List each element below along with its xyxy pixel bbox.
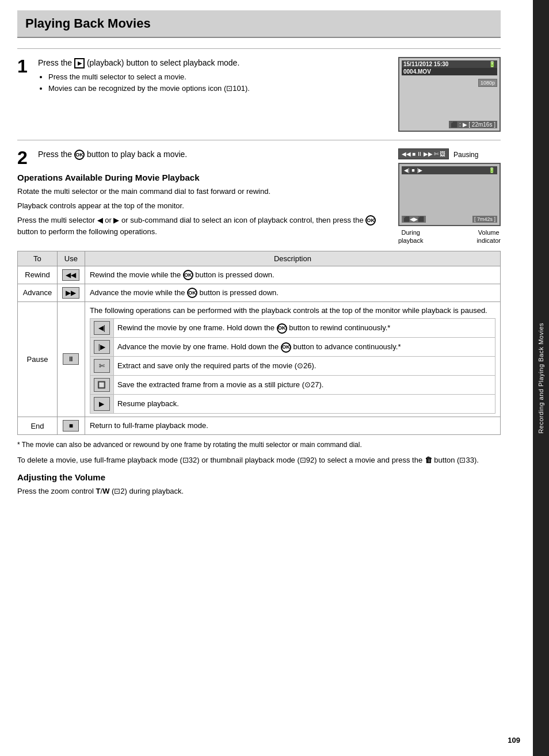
ok-framefwd: OK xyxy=(281,342,291,353)
ops-body3: Press the multi selector ◀ or ▶ or sub-c… xyxy=(17,215,387,239)
ctrl-icon-rewind: ◀◀ xyxy=(402,151,411,157)
end-use: ■ xyxy=(57,417,85,435)
step1-bullet1: Press the multi selector to select a mov… xyxy=(48,71,387,83)
resume-icon: ▶ xyxy=(94,397,110,411)
sub-row-pic: 🔲 Save the extracted frame from a movie … xyxy=(90,376,495,395)
framefwd-icon: |▶ xyxy=(94,340,110,354)
end-icon: ■ xyxy=(63,420,79,432)
adjusting-volume-heading: Adjusting the Volume xyxy=(17,472,501,482)
ok-icon-inline: OK xyxy=(365,215,376,226)
bottom-text: To delete a movie, use full-frame playba… xyxy=(17,455,501,467)
sub-desc-cut: Extract and save only the required parts… xyxy=(113,357,495,376)
pause-desc: The following operations can be performe… xyxy=(85,301,500,417)
table-row-rewind: Rewind ◀◀ Rewind the movie while the OK … xyxy=(18,266,501,284)
cut-icon: ✄ xyxy=(94,359,110,373)
screen1-filename: 0004.MOV xyxy=(402,68,497,75)
pausing-label: Pausing xyxy=(453,151,478,159)
camera-screen-step1: 15/11/2012 15:30 🔋 0004.MOV 1080p ⬛ : ▶ … xyxy=(398,57,501,132)
sub-desc-pic: Save the extracted frame from a movie as… xyxy=(113,376,495,395)
ok-icon-advance: OK xyxy=(187,288,197,298)
page-number: 109 xyxy=(508,736,520,744)
adjusting-volume-text: Press the zoom control T/W (⊡2) during p… xyxy=(17,486,501,498)
sidebar-label: Recording and Playing Back Movies xyxy=(537,323,544,434)
rewind-icon: ◀◀ xyxy=(62,269,79,281)
ok-icon-rewind: OK xyxy=(183,270,193,280)
sub-desc-resume: Resume playback. xyxy=(113,395,495,414)
step1-bullet2: Movies can be recognized by the movie op… xyxy=(48,83,387,94)
sub-icon-framefwd: |▶ xyxy=(90,338,113,357)
step2-header-row: 2 Press the OK button to play back a mov… xyxy=(17,148,387,167)
step2-left: 2 Press the OK button to play back a mov… xyxy=(17,148,387,240)
rewind-desc: Rewind the movie while the OK button is … xyxy=(85,266,500,284)
table-row-end: End ■ Return to full-frame playback mode… xyxy=(18,417,501,435)
w-label: W xyxy=(102,487,109,495)
table-row-pause: Pause ⏸ The following operations can be … xyxy=(18,301,501,417)
pause-use: ⏸ xyxy=(57,301,85,417)
screen2-top-controls: ◀| ■ |▶ 🔋 xyxy=(402,166,497,174)
footnote-text: * The movie can also be advanced or rewo… xyxy=(17,441,362,449)
step1-content: Press the ▶ (playback) button to select … xyxy=(38,57,387,94)
ok-icon: OK xyxy=(74,150,85,160)
operations-table: To Use Description Rewind ◀◀ Rewind the … xyxy=(17,251,501,436)
screen2-bottom-time: [ 7m42s ] xyxy=(472,216,497,223)
step2-number: 2 xyxy=(17,148,31,167)
pause-icon: ⏸ xyxy=(63,353,79,365)
table-row-advance: Advance ▶▶ Advance the movie while the O… xyxy=(18,284,501,301)
step2-content: Press the OK button to play back a movie… xyxy=(38,148,387,161)
table-header-description: Description xyxy=(85,251,500,266)
step1-main-text: Press the ▶ (playback) button to select … xyxy=(38,57,387,69)
sub-desc-frameback: Rewind the movie by one frame. Hold down… xyxy=(113,319,495,338)
ctrl-icon-stop: ■ xyxy=(412,151,415,157)
advance-icon: ▶▶ xyxy=(62,287,79,299)
main-content: Playing Back Movies 1 Press the ▶ (playb… xyxy=(0,0,518,511)
rewind-to: Rewind xyxy=(18,266,58,284)
sub-icon-frameback: ◀| xyxy=(90,319,113,338)
ctrl-frame-fwd: |▶ xyxy=(417,167,422,173)
title-bar: Playing Back Movies xyxy=(17,10,501,38)
frameback-icon: ◀| xyxy=(94,321,110,335)
step1-header-row: 1 Press the ▶ (playback) button to selec… xyxy=(17,57,387,94)
screen1-bottom-info: ⬛ : ▶ [ 22m16s ] xyxy=(449,121,497,128)
pause-to: Pause xyxy=(18,301,58,417)
during-playback-label: Duringplayback xyxy=(398,228,423,245)
diagram-labels: Duringplayback Volumeindicator xyxy=(398,228,501,245)
ctrl-stop2: ■ xyxy=(411,167,414,173)
screen1-top-bar: 15/11/2012 15:30 🔋 xyxy=(402,60,497,68)
camera-screen-step2: ◀| ■ |▶ 🔋 ⬛◀▶⬛ [ 7m42s ] xyxy=(398,163,501,226)
ctrl-icon-pic: 🖼 xyxy=(440,151,445,157)
divider-step2 xyxy=(17,140,501,140)
sidebar: Recording and Playing Back Movies xyxy=(533,0,549,756)
rewind-use: ◀◀ xyxy=(57,266,85,284)
sub-icon-resume: ▶ xyxy=(90,395,113,414)
screen1-battery: 🔋 xyxy=(489,61,495,67)
page-title: Playing Back Movies xyxy=(25,16,493,31)
ok-frameback: OK xyxy=(277,323,287,334)
sub-icon-pic: 🔲 xyxy=(90,376,113,395)
advance-desc: Advance the movie while the OK button is… xyxy=(85,284,500,301)
ctrl-frame-back: ◀| xyxy=(404,167,409,173)
sub-desc-framefwd: Advance the movie by one frame. Hold dow… xyxy=(113,338,495,357)
step2-main-text: Press the OK button to play back a movie… xyxy=(38,148,387,161)
step1-bullets: Press the multi selector to select a mov… xyxy=(48,71,387,94)
screen1-hd-badge: 1080p xyxy=(478,79,497,87)
advance-to: Advance xyxy=(18,284,58,301)
table-header-use: Use xyxy=(57,251,85,266)
ctrl-icon-advance: ▶▶ xyxy=(424,151,433,157)
t-label: T xyxy=(96,487,101,495)
end-desc: Return to full-frame playback mode. xyxy=(85,417,500,435)
playback-icon: ▶ xyxy=(74,58,85,68)
step2-row: 2 Press the OK button to play back a mov… xyxy=(17,148,501,245)
ctrl-icon-pause: ⏸ xyxy=(417,151,422,157)
divider-top xyxy=(17,48,501,49)
advance-use: ▶▶ xyxy=(57,284,85,301)
volume-indicator-label: Volumeindicator xyxy=(476,228,501,245)
screen2-bottom-left: ⬛◀▶⬛ xyxy=(402,216,426,223)
operations-heading: Operations Available During Movie Playba… xyxy=(17,173,387,182)
ops-body1: Rotate the multi selector or the main co… xyxy=(17,186,387,198)
step1-text: 1 Press the ▶ (playback) button to selec… xyxy=(17,57,387,100)
pausing-row: ◀◀ ■ ⏸ ▶▶ ✄ 🖼 Pausing xyxy=(398,148,501,161)
trash-btn: 🗑 xyxy=(425,456,432,464)
end-to: End xyxy=(18,417,58,435)
ctrl-icon-cut: ✄ xyxy=(434,151,439,157)
pause-sub-table: ◀| Rewind the movie by one frame. Hold d… xyxy=(90,318,495,414)
